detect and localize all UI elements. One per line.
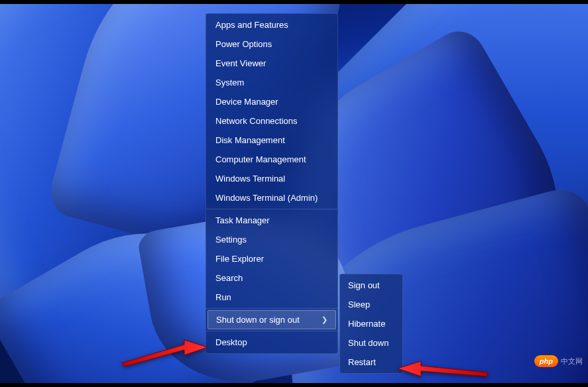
submenu-item-signout[interactable]: Sign out [340,276,402,295]
menu-label: Event Viewer [215,58,266,68]
menu-item-windows-terminal-admin[interactable]: Windows Terminal (Admin) [206,188,337,207]
menu-label: Power Options [215,39,272,49]
menu-label: Device Manager [215,97,278,107]
menu-item-system[interactable]: System [206,73,337,92]
submenu-item-sleep[interactable]: Sleep [340,295,402,314]
menu-label: Task Manager [215,215,270,225]
watermark-text: 中文网 [561,357,583,366]
menu-label: Shut down or sign out [216,315,300,325]
menu-label: Apps and Features [215,20,288,30]
menu-item-shutdown-signout[interactable]: Shut down or sign out ❯ [207,310,336,329]
menu-label: Search [215,273,243,283]
menu-item-device-manager[interactable]: Device Manager [206,92,337,111]
menu-item-task-manager[interactable]: Task Manager [206,211,337,230]
menu-label: Desktop [215,337,247,347]
menu-separator [206,331,337,331]
letterbox-top [0,0,588,4]
submenu-item-restart[interactable]: Restart [340,353,402,372]
menu-item-run[interactable]: Run [206,288,337,307]
submenu-item-shutdown[interactable]: Shut down [340,333,402,353]
menu-label: Sign out [348,280,380,290]
menu-label: Network Connections [215,116,298,126]
submenu-item-hibernate[interactable]: Hibernate [340,314,402,333]
menu-label: Restart [348,357,376,367]
menu-item-disk-management[interactable]: Disk Management [206,131,337,150]
menu-label: File Explorer [215,254,264,264]
menu-label: Disk Management [215,135,285,145]
shutdown-submenu: Sign out Sleep Hibernate Shut down Resta… [339,274,403,374]
menu-label: Shut down [348,338,388,348]
menu-item-settings[interactable]: Settings [206,230,337,249]
menu-item-windows-terminal[interactable]: Windows Terminal [206,169,337,188]
watermark: php 中文网 [534,355,583,367]
menu-label: Settings [215,235,247,245]
menu-item-computer-management[interactable]: Computer Management [206,150,337,169]
menu-label: Run [215,292,231,302]
watermark-logo: php [534,355,558,367]
menu-label: Computer Management [215,154,306,164]
menu-item-apps-and-features[interactable]: Apps and Features [206,15,337,34]
menu-label: System [215,78,244,87]
menu-item-event-viewer[interactable]: Event Viewer [206,54,337,73]
winx-context-menu: Apps and Features Power Options Event Vi… [206,13,338,354]
menu-label: Hibernate [348,319,385,329]
menu-item-network-connections[interactable]: Network Connections [206,111,337,131]
menu-separator [206,308,337,309]
menu-item-desktop[interactable]: Desktop [206,333,337,352]
menu-item-file-explorer[interactable]: File Explorer [206,249,337,268]
menu-item-power-options[interactable]: Power Options [206,34,337,54]
menu-label: Windows Terminal (Admin) [215,193,318,203]
menu-label: Windows Terminal [215,174,285,184]
submenu-chevron-icon: ❯ [322,315,327,324]
menu-item-search[interactable]: Search [206,268,337,288]
letterbox-bottom [0,383,588,387]
menu-label: Sleep [348,300,370,309]
menu-separator [206,209,337,209]
